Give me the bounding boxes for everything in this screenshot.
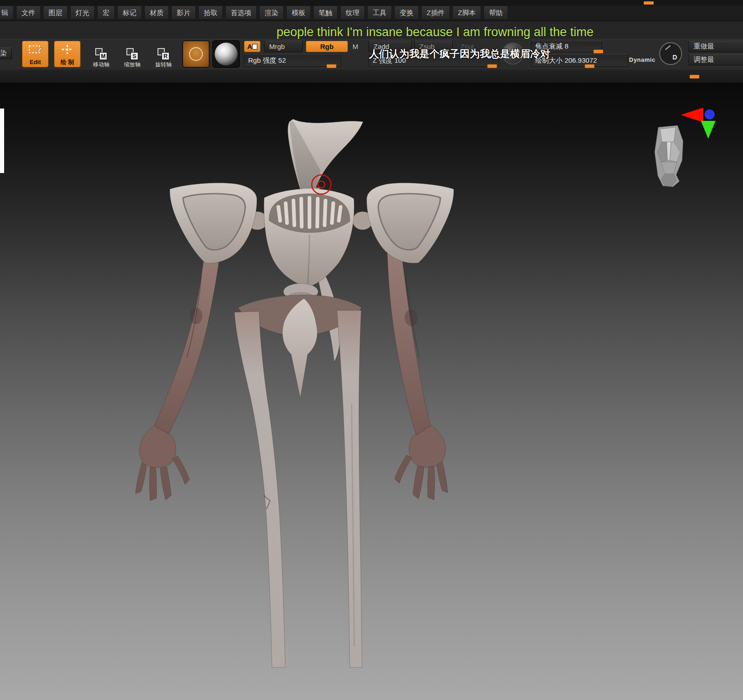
move-button[interactable]: M 移动轴 xyxy=(89,41,114,67)
rotate-button[interactable]: R 旋转轴 xyxy=(151,41,176,67)
menu-light[interactable]: 灯光 xyxy=(70,6,95,20)
rgb-intensity-slider[interactable]: Rgb 强度 52 xyxy=(244,54,341,67)
render-partial-button[interactable]: 染 xyxy=(0,48,12,59)
menu-transform[interactable]: 变换 xyxy=(394,6,419,20)
gizmo-z-axis-icon[interactable] xyxy=(705,109,715,119)
rotate-icon: R xyxy=(157,48,169,60)
nav-gizmo[interactable] xyxy=(681,108,716,139)
pen-icon xyxy=(665,45,671,50)
stroke-dot-icon xyxy=(189,47,203,61)
z-intensity-handle[interactable] xyxy=(487,64,497,68)
menu-movie[interactable]: 影片 xyxy=(171,6,196,20)
menu-stencil[interactable]: 模板 xyxy=(286,6,311,20)
titlebar-slider-handle[interactable] xyxy=(644,1,654,5)
edit-label: Edit xyxy=(30,59,41,65)
material-preview-head[interactable] xyxy=(655,125,683,187)
subtitle-chinese: 人们认为我是个疯子因为我总是横眉冷对 xyxy=(369,47,550,61)
draw-crosshair-icon xyxy=(61,44,73,55)
rgb-intensity-handle[interactable] xyxy=(326,64,336,68)
subtitle-english: people think I'm insane because I am fro… xyxy=(277,25,594,39)
tray-divider xyxy=(0,70,743,83)
menu-zplugin[interactable]: Z插件 xyxy=(421,6,450,20)
rotate-label: 旋转轴 xyxy=(155,62,172,67)
menu-zscript[interactable]: Z脚本 xyxy=(452,6,481,20)
m-indicator: M xyxy=(353,43,358,50)
rgb-button[interactable]: Rgb xyxy=(306,41,348,52)
menu-bar: 辑 文件 图层 灯光 宏 标记 材质 影片 拾取 首选项 渲染 模板 笔触 纹理… xyxy=(0,5,743,21)
menu-file[interactable]: 文件 xyxy=(16,6,41,20)
menu-preferences[interactable]: 首选项 xyxy=(225,6,257,20)
color-swatch[interactable] xyxy=(252,44,257,49)
menu-macro[interactable]: 宏 xyxy=(97,6,115,20)
draw-label: 绘 制 xyxy=(60,59,74,65)
color-a-label: A xyxy=(247,43,252,50)
adjust-last-button[interactable]: 调整最 xyxy=(689,54,743,65)
move-icon: M xyxy=(95,48,107,60)
draw-size-handle[interactable] xyxy=(585,64,595,68)
scale-icon: S xyxy=(126,48,138,60)
scale-label: 缩放轴 xyxy=(124,62,141,67)
gizmo-x-axis-icon[interactable] xyxy=(681,108,703,122)
brush-sphere-icon xyxy=(215,43,238,65)
rgb-intensity-label: Rgb 强度 52 xyxy=(248,56,286,65)
menu-texture[interactable]: 纹理 xyxy=(340,6,365,20)
menu-edit[interactable]: 辑 xyxy=(0,6,14,20)
menu-material[interactable]: 材质 xyxy=(144,6,169,20)
mrgb-label: Mrgb xyxy=(269,43,285,50)
mrgb-button[interactable]: Mrgb xyxy=(264,41,303,52)
dynamic-brush-button[interactable]: D xyxy=(659,42,682,65)
move-label: 移动轴 xyxy=(93,62,109,67)
menu-marker[interactable]: 标记 xyxy=(117,6,142,20)
sculpt-scene xyxy=(0,83,743,700)
redo-last-button[interactable]: 重做最 xyxy=(689,41,743,52)
menu-help[interactable]: 帮助 xyxy=(483,6,508,20)
rgb-label: Rgb xyxy=(320,43,333,50)
focal-shift-handle[interactable] xyxy=(593,49,603,54)
menu-tool[interactable]: 工具 xyxy=(367,6,392,20)
d-letter: D xyxy=(672,54,677,61)
edit-marquee-icon xyxy=(28,44,42,55)
scale-button[interactable]: S 缩放轴 xyxy=(120,41,145,67)
menu-picker[interactable]: 拾取 xyxy=(198,6,223,20)
adjust-last-label: 调整最 xyxy=(694,55,714,64)
tray-slider-handle[interactable] xyxy=(689,75,700,79)
menu-stroke[interactable]: 笔触 xyxy=(313,6,338,20)
viewport-canvas[interactable] xyxy=(0,83,743,700)
gizmo-y-axis-icon[interactable] xyxy=(701,121,716,139)
menu-layer[interactable]: 图层 xyxy=(43,6,68,20)
edit-button[interactable]: Edit xyxy=(22,41,49,67)
dynamic-mode-label[interactable]: Dynamic xyxy=(629,56,656,63)
app-window: 辑 文件 图层 灯光 宏 标记 材质 影片 拾取 首选项 渲染 模板 笔触 纹理… xyxy=(0,0,743,700)
model-creature xyxy=(136,119,454,667)
menu-render[interactable]: 渲染 xyxy=(259,6,284,20)
stroke-type-button[interactable] xyxy=(182,40,210,68)
brush-preview-button[interactable] xyxy=(212,40,240,68)
render-partial-label: 染 xyxy=(0,49,7,58)
draw-button[interactable]: 绘 制 xyxy=(54,41,81,67)
redo-last-label: 重做最 xyxy=(694,42,714,51)
color-a-button[interactable]: A xyxy=(244,41,260,52)
title-bar xyxy=(0,0,743,5)
